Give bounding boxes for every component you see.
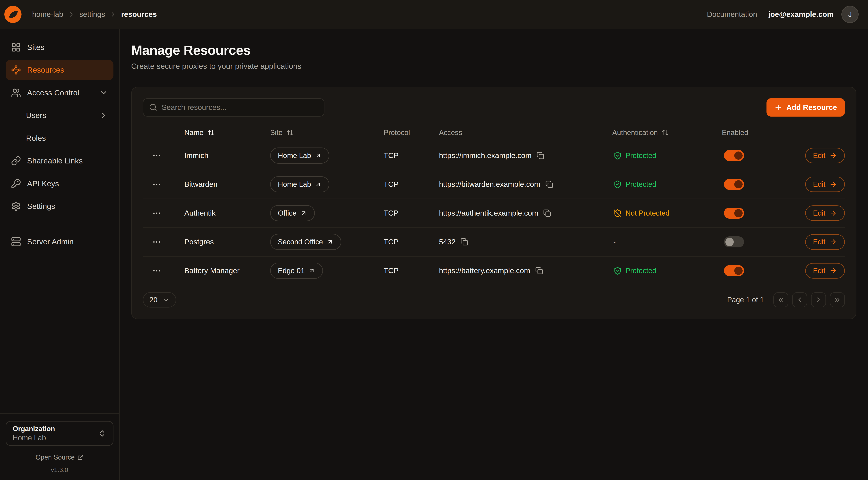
row-actions-button[interactable]: [150, 264, 163, 277]
sidebar-bottom-divider: [0, 413, 119, 414]
column-header-name[interactable]: Name: [174, 128, 270, 137]
chevron-down-icon: [99, 88, 108, 97]
resource-protocol: TCP: [383, 209, 439, 217]
add-resource-label: Add Resource: [786, 103, 837, 112]
ellipsis-icon: [152, 237, 161, 247]
sidebar-item-resources[interactable]: Resources: [6, 60, 114, 80]
ellipsis-icon: [152, 209, 161, 218]
resource-protocol: TCP: [383, 180, 439, 189]
avatar[interactable]: J: [841, 6, 859, 23]
sidebar-item-sites[interactable]: Sites: [6, 37, 114, 58]
resources-card: Add Resource Name Site Protocol Access A…: [131, 87, 857, 319]
sidebar-item-label: Shareable Links: [27, 156, 83, 165]
copy-icon: [535, 267, 543, 275]
resource-name: Immich: [174, 151, 270, 160]
table-row: Bitwarden Home Lab TCP https://bitwarden…: [143, 170, 845, 199]
sort-icon: [207, 129, 215, 136]
chevron-left-icon: [796, 296, 804, 304]
edit-button[interactable]: Edit: [805, 177, 845, 192]
resource-name: Bitwarden: [174, 180, 270, 189]
row-actions-button[interactable]: [150, 149, 163, 162]
edit-button[interactable]: Edit: [805, 263, 845, 278]
edit-button[interactable]: Edit: [805, 205, 845, 221]
breadcrumb-org[interactable]: home-lab: [32, 10, 63, 19]
organization-selector[interactable]: Organization Home Lab: [6, 421, 114, 446]
row-actions-button[interactable]: [150, 235, 163, 248]
sidebar: Sites Resources Access Control Users Rol…: [0, 29, 120, 480]
arrow-right-icon: [829, 152, 837, 159]
pagination: Page 1 of 1: [727, 292, 845, 307]
copy-button[interactable]: [535, 267, 543, 275]
users-icon: [11, 88, 21, 98]
search-icon: [149, 103, 157, 112]
organization-name: Home Lab: [13, 434, 55, 442]
page-size-select[interactable]: 20: [143, 292, 176, 308]
ellipsis-icon: [152, 180, 161, 189]
chevron-right-icon: [815, 296, 823, 304]
edit-button[interactable]: Edit: [805, 148, 845, 163]
copy-button[interactable]: [461, 238, 468, 246]
sidebar-item-label: Users: [26, 111, 46, 120]
enabled-toggle[interactable]: [724, 236, 744, 247]
site-link[interactable]: Edge 01: [270, 263, 323, 279]
copy-button[interactable]: [546, 180, 553, 188]
next-page-button[interactable]: [811, 292, 826, 307]
sidebar-item-users[interactable]: Users: [6, 105, 114, 126]
enabled-toggle[interactable]: [724, 265, 744, 276]
prev-page-button[interactable]: [792, 292, 807, 307]
site-link[interactable]: Home Lab: [270, 148, 329, 163]
search-input[interactable]: [143, 98, 324, 117]
documentation-link[interactable]: Documentation: [707, 10, 757, 19]
page-subtitle: Create secure proxies to your private ap…: [131, 62, 857, 70]
first-page-button[interactable]: [773, 292, 788, 307]
column-header-authentication[interactable]: Authentication: [612, 128, 722, 137]
table-footer: 20 Page 1 of 1: [143, 292, 845, 308]
sidebar-item-server-admin[interactable]: Server Admin: [6, 232, 114, 252]
breadcrumb: home-lab settings resources: [32, 10, 157, 19]
breadcrumb-settings[interactable]: settings: [79, 10, 105, 19]
add-resource-button[interactable]: Add Resource: [767, 98, 845, 117]
row-actions-button[interactable]: [150, 178, 163, 191]
row-actions-button[interactable]: [150, 207, 163, 220]
site-link[interactable]: Office: [270, 205, 315, 221]
sidebar-divider: [6, 224, 114, 224]
user-email[interactable]: joe@example.com: [768, 10, 834, 19]
sidebar-item-label: Settings: [27, 202, 55, 211]
topbar-right: Documentation joe@example.com J: [707, 6, 859, 23]
arrow-up-right-icon: [309, 267, 315, 274]
enabled-toggle[interactable]: [724, 179, 744, 190]
sidebar-item-label: API Keys: [27, 179, 59, 188]
sidebar-item-access-control[interactable]: Access Control: [6, 83, 114, 103]
page-info: Page 1 of 1: [727, 296, 764, 304]
chevrons-up-down-icon: [98, 429, 106, 438]
copy-button[interactable]: [543, 209, 551, 217]
copy-icon: [543, 209, 551, 217]
sidebar-item-label: Server Admin: [27, 237, 74, 246]
site-link[interactable]: Home Lab: [270, 176, 329, 192]
organization-label: Organization: [13, 425, 55, 433]
copy-button[interactable]: [536, 152, 544, 159]
enabled-toggle[interactable]: [724, 150, 744, 161]
resource-access: https://battery.example.com: [439, 266, 530, 275]
sidebar-item-shareable-links[interactable]: Shareable Links: [6, 151, 114, 171]
arrow-right-icon: [829, 267, 837, 275]
open-source-link[interactable]: Open Source: [35, 454, 84, 461]
last-page-button[interactable]: [830, 292, 845, 307]
site-link[interactable]: Second Office: [270, 234, 341, 250]
column-header-site[interactable]: Site: [270, 128, 383, 137]
auth-status: Protected: [612, 151, 722, 160]
enabled-toggle[interactable]: [724, 208, 744, 219]
auth-status: -: [612, 238, 722, 246]
resource-access: https://authentik.example.com: [439, 209, 538, 217]
pangolin-logo-icon: [4, 6, 22, 23]
arrow-right-icon: [829, 209, 837, 217]
sidebar-item-api-keys[interactable]: API Keys: [6, 173, 114, 194]
sidebar-item-settings[interactable]: Settings: [6, 196, 114, 216]
resource-name: Battery Manager: [174, 266, 270, 275]
edit-button[interactable]: Edit: [805, 234, 845, 250]
app-logo[interactable]: [4, 6, 22, 23]
sidebar-item-roles[interactable]: Roles: [6, 128, 114, 148]
resource-protocol: TCP: [383, 151, 439, 160]
copy-icon: [546, 180, 553, 188]
topbar: home-lab settings resources Documentatio…: [0, 0, 868, 29]
